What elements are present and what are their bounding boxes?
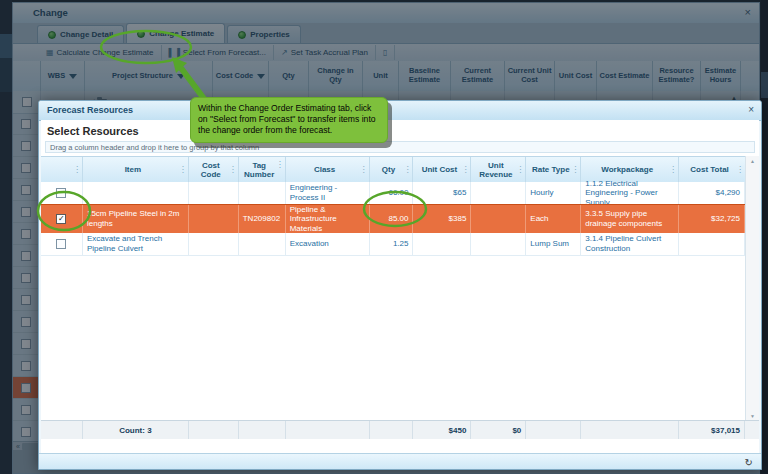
column-menu-icon[interactable]: ⋮ [669,165,677,174]
dialog-title: Forecast Resources [47,105,133,115]
column-menu-icon[interactable]: ⋮ [571,165,579,174]
totals-row: Count: 3 $450 $0 $37,015 [41,420,759,439]
class-cell: Engineering - Process II [286,182,370,204]
class-cell: Pipeline & Infrastructure Materials [286,205,370,233]
col-qty[interactable]: Qty⋮ [370,157,414,183]
dialog-body: Select Resources Drag a column header an… [41,120,759,454]
column-menu-icon[interactable]: ⋮ [179,165,187,174]
column-menu-icon[interactable]: ⋮ [276,160,284,169]
qty-cell: 85.00 [370,205,414,233]
item-cell: 15cm Pipeline Steel in 2m lengths [83,205,189,233]
forecast-resources-dialog: Forecast Resources × Select Resources Dr… [38,100,762,470]
col-select[interactable]: ⋮ [41,157,83,183]
group-by-drop-zone[interactable]: Drag a column header and drop it here to… [45,141,755,153]
instruction-callout: Within the Change Order Estimating tab, … [190,97,388,143]
scroll-down-icon[interactable]: ▼ [746,413,759,419]
select-resources-heading: Select Resources [47,125,139,137]
col-cost-total[interactable]: Cost Total⋮ [679,157,745,183]
col-unit-cost[interactable]: Unit Cost⋮ [413,157,471,183]
vertical-scrollbar[interactable]: ▲ ▼ [745,156,759,421]
table-row[interactable]: Excavate and Trench Pipeline Culvert Exc… [41,233,745,256]
col-unit-revenue[interactable]: Unit Revenue⋮ [471,157,526,183]
refresh-icon[interactable]: ↻ [745,457,753,468]
tag-number-cell: TN209802 [239,205,286,233]
col-cost-code[interactable]: Cost Code⋮ [189,157,239,183]
row-checkbox-checked[interactable]: ✓ [41,205,83,233]
class-cell: Excavation [286,233,370,255]
col-tag-number[interactable]: Tag Number⋮ [239,157,286,183]
col-class[interactable]: Class⋮ [286,157,370,183]
check-icon: ✓ [58,214,65,224]
column-menu-icon[interactable]: ⋮ [403,165,411,174]
col-rate-type[interactable]: Rate Type⋮ [526,157,581,183]
column-menu-icon[interactable]: ⋮ [516,165,524,174]
scroll-up-icon[interactable]: ▲ [746,158,759,164]
row-checkbox[interactable] [41,182,83,204]
item-cell [83,182,189,204]
qty-cell: 1.25 [370,233,414,255]
column-menu-icon[interactable]: ⋮ [229,165,237,174]
close-icon[interactable]: × [748,104,754,115]
column-menu-icon[interactable]: ⋮ [736,165,744,174]
row-count: Count: 3 [83,421,189,439]
table-row-selected[interactable]: ✓ 15cm Pipeline Steel in 2m lengths TN20… [41,204,745,234]
column-menu-icon[interactable]: ⋮ [73,165,81,174]
unit-cost-total: $450 [413,421,471,439]
col-item[interactable]: Item⋮ [83,157,189,183]
item-cell: Excavate and Trench Pipeline Culvert [83,233,189,255]
dialog-titlebar: Forecast Resources × [39,101,761,121]
unit-revenue-total: $0 [471,421,526,439]
qty-cell: 66.00 [370,182,414,204]
cost-total-total: $37,015 [679,421,745,439]
dialog-statusbar: ↻ [39,453,761,469]
column-menu-icon[interactable]: ⋮ [461,165,469,174]
column-menu-icon[interactable]: ⋮ [360,165,368,174]
row-checkbox[interactable] [41,233,83,255]
table-row[interactable]: Engineering - Process II 66.00 $65 Hourl… [41,182,745,205]
